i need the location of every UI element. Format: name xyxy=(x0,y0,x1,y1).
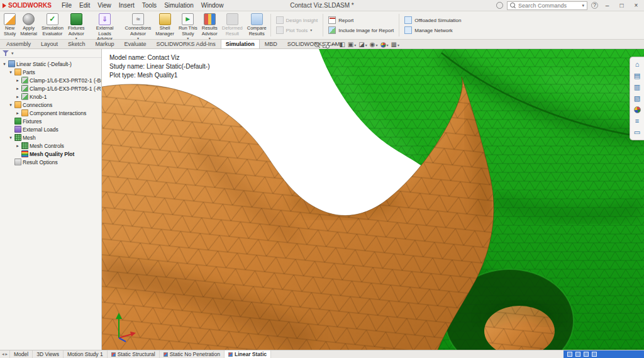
expander-icon[interactable]: ▸ xyxy=(15,86,20,91)
offloaded-simulation-button[interactable]: Offloaded Simulation xyxy=(404,16,461,24)
menubar: File Edit View Insert Tools Simulation W… xyxy=(58,0,228,11)
search-commands[interactable]: ▾ xyxy=(507,1,587,10)
report-button[interactable]: Report xyxy=(328,16,394,24)
expander-icon[interactable]: ▾ xyxy=(8,70,13,75)
edit-appearance-button[interactable]: ▾ xyxy=(380,42,389,48)
previous-view-button[interactable]: ↩ xyxy=(331,42,336,48)
expander-icon[interactable]: ▸ xyxy=(15,94,20,99)
orientation-triad[interactable] xyxy=(111,311,140,342)
menu-edit[interactable]: Edit xyxy=(75,0,94,11)
scroll-left-icon[interactable]: ◂ xyxy=(2,352,4,357)
menu-file[interactable]: File xyxy=(58,0,75,11)
tab-layout[interactable]: Layout xyxy=(36,39,63,48)
menu-view[interactable]: View xyxy=(94,0,115,11)
tree-item-parts[interactable]: ▾ Parts xyxy=(0,68,101,76)
document-recovery-icon[interactable]: ▭ xyxy=(634,129,640,136)
expander-icon[interactable]: ▸ xyxy=(15,143,20,148)
tree-item-external-loads[interactable]: External Loads xyxy=(0,125,101,133)
status-icon[interactable] xyxy=(567,352,572,357)
results-advisor-button[interactable]: ResultsAdvisor ▾ xyxy=(200,12,219,38)
shell-manager-button[interactable]: ShellManager xyxy=(153,12,176,38)
filter-chevron-icon[interactable]: ▾ xyxy=(11,51,14,56)
user-account-icon[interactable] xyxy=(496,2,503,9)
tab-mbd[interactable]: MBD xyxy=(260,39,282,48)
tab-sketch[interactable]: Sketch xyxy=(63,39,91,48)
apply-scene-button[interactable]: ▦▾ xyxy=(391,42,399,48)
main-area: ▾ ▾ Linear Static (-Default-) ▾ Parts ▸ … xyxy=(0,49,644,350)
mesh-model-canvas[interactable] xyxy=(102,49,644,350)
hide-show-items-button[interactable]: ◉▾ xyxy=(370,42,378,48)
apply-material-button[interactable]: ApplyMaterial xyxy=(18,12,39,38)
file-explorer-icon[interactable]: ▥ xyxy=(634,84,640,91)
section-view-button[interactable]: ◧ xyxy=(339,42,345,48)
tree-item-result-options[interactable]: Result Options xyxy=(0,158,101,166)
expander-icon[interactable]: ▾ xyxy=(2,62,7,67)
bottom-tab-static-no-penetration[interactable]: Static No Penetration xyxy=(160,350,225,358)
tree-item-clamp-brass[interactable]: ▸ Clamp-1/L6-EX3-PRT02-1 (-Brass-) xyxy=(0,76,101,84)
close-button[interactable]: × xyxy=(631,0,641,11)
tab-simulation[interactable]: Simulation xyxy=(221,39,260,48)
home-icon[interactable]: ⌂ xyxy=(635,61,640,68)
tree-item-linear-static[interactable]: ▾ Linear Static (-Default-) xyxy=(0,60,101,68)
annotation-study-name: Study name: Linear Static(-Default-) xyxy=(109,62,210,71)
menu-tools[interactable]: Tools xyxy=(138,0,160,11)
tree-item-knob[interactable]: ▸ Knob-1 xyxy=(0,92,101,101)
tree-item-connections[interactable]: ▾ Connections xyxy=(0,101,101,109)
view-palette-icon[interactable]: ▧ xyxy=(634,95,640,102)
simulation-evaluator-button[interactable]: SimulationEvaluator xyxy=(40,12,65,38)
tab-markup[interactable]: Markup xyxy=(91,39,119,48)
scroll-right-icon[interactable]: ▸ xyxy=(6,352,8,357)
expander-icon[interactable]: ▸ xyxy=(15,78,20,83)
menu-simulation[interactable]: Simulation xyxy=(160,0,197,11)
design-library-icon[interactable]: ▤ xyxy=(634,72,640,79)
search-chevron-icon[interactable]: ▾ xyxy=(582,3,584,8)
zoom-to-fit-button[interactable] xyxy=(314,42,320,48)
tab-evaluate[interactable]: Evaluate xyxy=(119,39,152,48)
tab-assembly[interactable]: Assembly xyxy=(1,39,36,48)
compare-results-button[interactable]: CompareResults xyxy=(245,12,269,38)
fixtures-advisor-button[interactable]: FixturesAdvisor ▾ xyxy=(66,12,87,38)
view-orientation-button[interactable]: ▣▾ xyxy=(348,42,356,48)
display-style-button[interactable]: ◪▾ xyxy=(358,42,367,48)
connections-advisor-button[interactable]: ConnectionsAdvisor ▾ xyxy=(123,12,153,38)
bottom-tab-motion-study-1[interactable]: Motion Study 1 xyxy=(64,350,108,358)
tree-item-mesh-controls[interactable]: ▸ Mesh Controls xyxy=(0,142,101,150)
zoom-to-area-button[interactable] xyxy=(323,42,329,48)
help-button[interactable]: ? xyxy=(591,2,598,9)
bottom-tab-model[interactable]: Model xyxy=(10,350,33,358)
expander-icon[interactable]: ▾ xyxy=(8,135,13,140)
run-this-study-button[interactable]: Run ThisStudy ▾ xyxy=(177,12,199,38)
tab-solidworks-add-ins[interactable]: SOLIDWORKS Add-Ins xyxy=(152,39,221,48)
annotation-model-name: Model name: Contact Viz xyxy=(109,53,210,62)
tab-scroll-buttons[interactable]: ◂ ▸ xyxy=(0,350,10,358)
include-image-for-report-button[interactable]: Include Image for Report xyxy=(328,26,394,34)
status-icon[interactable] xyxy=(584,352,589,357)
menu-insert[interactable]: Insert xyxy=(115,0,138,11)
appearances-icon[interactable] xyxy=(634,106,641,113)
tree-icon-folder xyxy=(14,69,21,76)
tree-item-mesh[interactable]: ▾ Mesh xyxy=(0,133,101,142)
bottom-tab-linear-static[interactable]: Linear Static xyxy=(225,350,271,358)
tree-item-component-interactions[interactable]: ▸ Component Interactions xyxy=(0,109,101,117)
bottom-tab-3d-views[interactable]: 3D Views xyxy=(33,350,64,358)
tree-item-mesh-quality-plot[interactable]: Mesh Quality Plot xyxy=(0,150,101,158)
manage-network-button[interactable]: Manage Network xyxy=(404,26,461,34)
status-icon[interactable] xyxy=(575,352,580,357)
custom-properties-icon[interactable]: ≡ xyxy=(635,118,639,125)
search-input[interactable] xyxy=(518,3,579,9)
tree-item-fixtures[interactable]: Fixtures xyxy=(0,117,101,125)
new-study-button[interactable]: NewStudy xyxy=(2,12,18,38)
expander-icon[interactable]: ▸ xyxy=(15,111,20,116)
report-group: Report Include Image for Report xyxy=(325,12,397,38)
external-loads-advisor-button[interactable]: External LoadsAdvisor ▾ xyxy=(87,12,123,38)
filter-icon[interactable] xyxy=(3,50,9,57)
expander-icon[interactable]: ▾ xyxy=(8,103,13,108)
bottom-tab-static-structural[interactable]: Static Structural xyxy=(108,350,160,358)
status-icon[interactable] xyxy=(592,352,597,357)
study-tree: ▾ Linear Static (-Default-) ▾ Parts ▸ Cl… xyxy=(0,58,101,166)
graphics-viewport[interactable]: Model name: Contact Viz Study name: Line… xyxy=(102,49,644,350)
minimize-button[interactable]: – xyxy=(602,0,613,11)
tree-item-clamp-rubber[interactable]: ▸ Clamp-1/L6-EX3-PRT05-1 (-Rubber-) xyxy=(0,84,101,92)
menu-window[interactable]: Window xyxy=(197,0,228,11)
restore-button[interactable]: □ xyxy=(616,0,627,11)
